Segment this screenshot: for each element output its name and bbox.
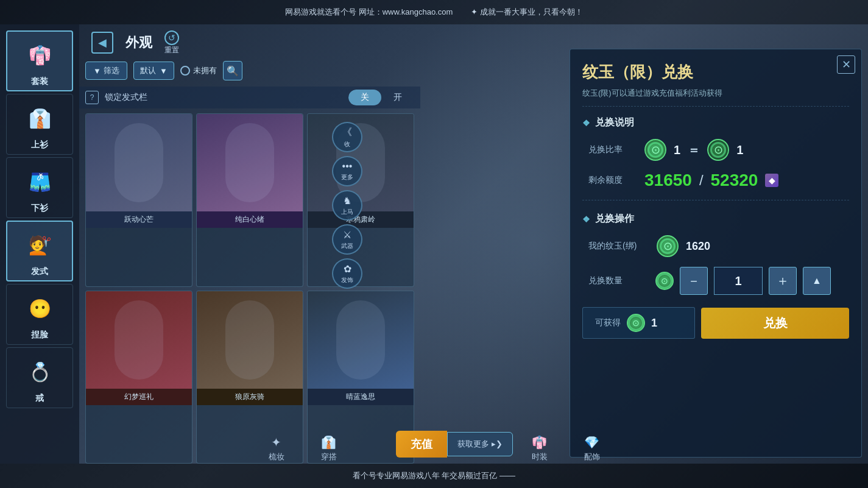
qty-label: 兑换数量: [588, 275, 649, 286]
reset-icon: ↺: [164, 30, 179, 45]
weapon-icon: ⚔: [343, 229, 351, 241]
accessory-button[interactable]: ✿ 发饰: [332, 258, 362, 289]
balance-label: 剩余额度: [588, 175, 637, 186]
nav-label-peishi: 配饰: [584, 451, 600, 462]
exchange-info-section: ❖ 兑换说明: [582, 116, 849, 129]
get-more-button[interactable]: 获取更多 ▸❯: [447, 432, 513, 456]
jade-icon-1: ⊙: [644, 139, 666, 161]
page-title: 外观: [125, 34, 152, 52]
sidebar-label-捏脸: 捏脸: [31, 330, 48, 341]
sidebar-item-捏脸[interactable]: 😶 捏脸: [6, 284, 73, 345]
sort-select[interactable]: 默认 ▼: [133, 62, 174, 80]
grid-item-image-4: [197, 291, 303, 389]
panel-subtitle: 纹玉(限)可以通过游戏充值福利活动获得: [582, 88, 849, 107]
nav-item-shizhuang[interactable]: 👘 时装: [532, 435, 548, 462]
weapon-button[interactable]: ⚔ 武器: [332, 224, 362, 255]
equals-sign: ＝: [688, 142, 700, 158]
exchange-button[interactable]: 兑换: [701, 308, 849, 339]
more-button[interactable]: ••• 更多: [332, 156, 362, 186]
close-button[interactable]: ✕: [837, 55, 855, 74]
balance-max: 52320: [711, 171, 758, 190]
exchange-info-label: 兑换说明: [595, 116, 634, 129]
help-button[interactable]: ◆: [765, 174, 778, 187]
radio-circle-icon: [180, 66, 190, 76]
nav-label-shuzhang: 梳妆: [269, 451, 284, 462]
nav-icon-chuanda: 👔: [321, 435, 336, 450]
my-jade-icon: ⊙: [657, 235, 679, 257]
float-actions: 《 收 ••• 更多 ♞ 上马 ⚔ 武器 ✿ 发饰: [332, 122, 362, 289]
weapon-label: 武器: [341, 242, 353, 250]
nav-icon-shuzhang: ✦: [271, 435, 281, 450]
quantity-row: 兑换数量 ⊙ － ＋ ▲: [582, 267, 849, 295]
top-bar-text2: ✦ 成就一番大事业，只看今朝！: [471, 7, 583, 18]
lock-icon: ?: [85, 91, 99, 104]
horse-icon: ♞: [343, 195, 351, 207]
grid-item-1[interactable]: 纯白心绪: [196, 113, 303, 287]
my-jade-label: 我的纹玉(绑): [588, 241, 649, 252]
sidebar-item-套装[interactable]: 👘 套装: [6, 30, 73, 91]
sidebar-item-戒[interactable]: 💍 戒: [6, 347, 73, 408]
can-get-box: 可获得 ⊙ 1: [582, 307, 695, 339]
nav-icon-shizhuang: 👘: [532, 435, 547, 450]
sidebar-icon-戒: 💍: [21, 352, 58, 392]
get-more-label: 获取更多 ▸❯: [457, 439, 503, 450]
sidebar-item-下衫[interactable]: 🩳 下衫: [6, 157, 73, 218]
my-jade-value: 1620: [686, 240, 710, 253]
qty-max-button[interactable]: ▲: [803, 267, 831, 295]
grid-item-image-3: [86, 291, 192, 389]
can-get-jade-icon: ⊙: [627, 314, 645, 332]
collapse-icon: 《: [342, 126, 352, 139]
sidebar-label-戒: 戒: [35, 393, 44, 404]
diamond-icon-2: ❖: [582, 214, 590, 224]
sidebar-label-下衫: 下衫: [31, 203, 48, 214]
back-button[interactable]: ◀: [91, 32, 113, 54]
toggle-off[interactable]: 关: [348, 90, 381, 105]
rate-number-1: 1: [674, 143, 680, 157]
nav-item-peishi[interactable]: 💎 配饰: [584, 435, 600, 462]
charge-button[interactable]: 充值: [396, 431, 447, 458]
nav-item-chuanda[interactable]: 👔 穿搭: [321, 435, 337, 462]
sidebar-icon-上衫: 👔: [21, 99, 58, 138]
nav-icon-peishi: 💎: [584, 435, 599, 450]
collapse-label: 收: [344, 140, 350, 149]
bottom-bar-text: 看个号专业网易游戏八年 年交易额过百亿 ——: [353, 470, 515, 481]
nav-item-shuzhang[interactable]: ✦ 梳妆: [269, 435, 284, 462]
qty-minus-button[interactable]: －: [680, 267, 708, 295]
grid-item-name-3: 幻梦巡礼: [86, 389, 192, 405]
balance-row: 剩余额度 31650 / 52320 ◆: [582, 171, 849, 200]
sidebar-item-发式[interactable]: 💇 发式: [6, 221, 73, 281]
exchange-op-section: ❖ 兑换操作: [582, 213, 849, 225]
grid-item-name-5: 晴蓝逸思: [308, 389, 414, 405]
jade-icon-2: ⊙: [707, 139, 729, 161]
right-panel: ✕ 纹玉（限）兑换 纹玉(限)可以通过游戏充值福利活动获得 ❖ 兑换说明 兑换比…: [570, 49, 862, 458]
balance-separator: /: [699, 172, 704, 189]
close-icon: ✕: [842, 58, 851, 71]
diamond-icon: ❖: [582, 118, 590, 128]
search-button[interactable]: 🔍: [223, 61, 242, 80]
toggle-on[interactable]: 开: [381, 90, 414, 105]
bottom-bar: 看个号专业网易游戏八年 年交易额过百亿 ——: [0, 464, 868, 488]
horse-button[interactable]: ♞ 上马: [332, 190, 362, 221]
panel-title: 纹玉（限）兑换: [582, 62, 849, 83]
items-grid: 跃动心芒纯白心绪寒鸦肃岭幻梦巡礼狼原灰骑晴蓝逸思: [79, 113, 420, 464]
grid-item-name-4: 狼原灰骑: [197, 389, 303, 405]
grid-item-0[interactable]: 跃动心芒: [85, 113, 192, 287]
unowned-filter[interactable]: 未拥有: [180, 65, 217, 76]
filter-bar: ▼ 筛选 默认 ▼ 未拥有 🔍: [79, 61, 420, 87]
qty-plus-button[interactable]: ＋: [769, 267, 797, 295]
balance-value: 31650: [644, 171, 692, 190]
filter-button[interactable]: ▼ 筛选: [85, 62, 127, 80]
qty-input[interactable]: [714, 267, 763, 295]
grid-item-image-1: [197, 114, 303, 211]
reset-button[interactable]: ↺ 重置: [164, 30, 179, 55]
sidebar-label-上衫: 上衫: [31, 140, 48, 150]
filter-icon: ▼: [93, 66, 101, 76]
sidebar-item-上衫[interactable]: 👔 上衫: [6, 94, 73, 155]
help-icon: ◆: [769, 175, 775, 185]
up-arrow-icon: ▲: [812, 275, 822, 286]
nav-label-chuanda: 穿搭: [321, 451, 337, 462]
unowned-label: 未拥有: [193, 65, 217, 76]
exchange-op-label: 兑换操作: [595, 213, 634, 225]
collapse-panel-button[interactable]: 《 收: [332, 122, 362, 152]
top-bar-text1: 网易游戏就选看个号 网址：www.kangchao.com: [285, 7, 453, 18]
